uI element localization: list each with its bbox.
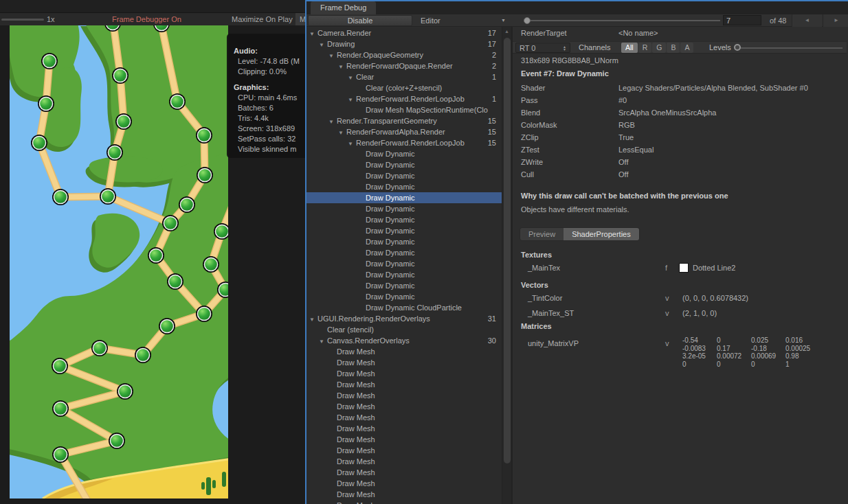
tree-row[interactable]: Clear (color+Z+stencil) <box>306 82 502 93</box>
level-node[interactable] <box>179 196 195 213</box>
channel-button-b[interactable]: B <box>667 43 680 53</box>
level-node[interactable] <box>203 256 219 273</box>
scrollbar-thumb[interactable] <box>504 38 511 463</box>
foldout-triangle-icon[interactable]: ▼ <box>309 314 317 324</box>
level-node[interactable] <box>52 400 69 417</box>
tree-row[interactable]: Draw Dynamic CloudParticle <box>306 302 502 313</box>
tree-row[interactable]: Draw Dynamic <box>306 214 502 225</box>
tree-row[interactable]: Draw Dynamic <box>306 192 502 203</box>
level-node[interactable] <box>196 306 212 322</box>
scrollbar-up-icon[interactable]: ▲ <box>502 27 511 36</box>
channel-button-a[interactable]: A <box>680 43 693 53</box>
level-node[interactable] <box>169 93 186 110</box>
tree-row[interactable]: Draw Dynamic <box>306 181 502 192</box>
foldout-triangle-icon[interactable]: ▼ <box>348 139 356 148</box>
mute-audio-button[interactable]: Mu <box>295 13 305 25</box>
channel-button-all[interactable]: All <box>621 43 638 53</box>
levels-slider[interactable] <box>735 47 843 49</box>
level-node[interactable] <box>31 135 47 151</box>
maximize-on-play-button[interactable]: Maximize On Play <box>232 13 293 25</box>
tree-row[interactable]: Draw Dynamic <box>306 269 502 280</box>
tree-row[interactable]: ▼Clear1 <box>306 71 502 82</box>
foldout-triangle-icon[interactable]: ▼ <box>309 29 317 38</box>
level-node[interactable] <box>38 95 54 112</box>
tree-row[interactable]: Draw Mesh <box>306 478 502 489</box>
levels-slider-knob[interactable] <box>734 44 741 51</box>
tree-row[interactable]: Draw Mesh <box>306 445 502 456</box>
tree-row[interactable]: ▼UGUI.Rendering.RenderOverlays31 <box>306 313 502 324</box>
tree-row[interactable]: Draw Mesh <box>306 489 502 500</box>
foldout-triangle-icon[interactable]: ▼ <box>348 73 356 82</box>
channel-button-r[interactable]: R <box>638 43 652 53</box>
level-node[interactable] <box>100 188 116 205</box>
rt-select-dropdown[interactable]: RT 0 ▲▼ <box>515 43 570 53</box>
tree-row[interactable]: Draw Mesh <box>306 357 502 368</box>
scale-slider[interactable] <box>1 19 44 21</box>
tree-row[interactable]: Draw Dynamic <box>306 247 502 258</box>
tree-row[interactable]: Draw Mesh <box>306 390 502 401</box>
level-node[interactable] <box>117 383 133 400</box>
tree-row[interactable]: Draw Dynamic <box>306 236 502 247</box>
channel-button-g[interactable]: G <box>652 43 666 53</box>
tree-row[interactable]: Draw Mesh MapSectionRuntime(Clo <box>306 104 502 115</box>
tab-shaderproperties[interactable]: ShaderProperties <box>564 228 639 240</box>
tree-row[interactable]: Draw Dynamic <box>306 258 502 269</box>
frame-slider-knob[interactable] <box>524 17 531 24</box>
tree-row[interactable]: Draw Mesh <box>306 500 502 504</box>
level-node[interactable] <box>196 127 212 144</box>
tree-row[interactable]: Draw Mesh <box>306 368 502 379</box>
tree-row[interactable]: Draw Dynamic <box>306 291 502 302</box>
level-node[interactable] <box>52 446 69 463</box>
level-node[interactable] <box>112 67 129 84</box>
next-frame-button[interactable]: ► <box>823 14 848 27</box>
level-node[interactable] <box>91 340 108 356</box>
tree-row[interactable]: Draw Mesh <box>306 401 502 412</box>
tree-row[interactable]: Draw Mesh <box>306 346 502 357</box>
tree-row[interactable]: ▼Render.OpaqueGeometry2 <box>306 49 502 60</box>
tree-row[interactable]: ▼Render.TransparentGeometry15 <box>306 115 502 126</box>
tree-row[interactable]: Draw Dynamic <box>306 148 502 159</box>
tree-row[interactable]: ▼RenderForwardAlpha.Render15 <box>306 126 502 137</box>
tree-row[interactable]: Draw Dynamic <box>306 170 502 181</box>
tab-frame-debug[interactable]: Frame Debug <box>311 1 376 14</box>
level-node[interactable] <box>159 318 175 334</box>
tree-row[interactable]: ▼Camera.Render17 <box>306 27 502 38</box>
foldout-triangle-icon[interactable]: ▼ <box>328 51 337 60</box>
tree-row[interactable]: Draw Mesh <box>306 456 502 467</box>
level-node[interactable] <box>167 273 183 290</box>
tree-row[interactable]: Draw Mesh <box>306 412 502 423</box>
tree-row[interactable]: ▼Drawing17 <box>306 38 502 49</box>
level-node[interactable] <box>162 215 179 231</box>
level-node[interactable] <box>41 53 58 69</box>
tree-row[interactable]: Draw Mesh <box>306 467 502 478</box>
foldout-triangle-icon[interactable]: ▼ <box>338 128 346 137</box>
tree-row[interactable]: ▼Canvas.RenderOverlays30 <box>306 335 502 346</box>
game-view-map[interactable] <box>10 25 228 499</box>
tree-scrollbar[interactable]: ▲ <box>502 27 511 504</box>
level-node[interactable] <box>52 358 68 374</box>
tree-row[interactable]: ▼RenderForward.RenderLoopJob15 <box>306 137 502 148</box>
level-node[interactable] <box>109 433 125 449</box>
tree-row[interactable]: Draw Dynamic <box>306 203 502 214</box>
target-dropdown[interactable]: Editor ▼ <box>414 14 513 27</box>
foldout-triangle-icon[interactable]: ▼ <box>338 62 346 71</box>
disable-button[interactable]: Disable <box>308 15 412 26</box>
frame-number-field[interactable] <box>723 15 761 25</box>
tree-row[interactable]: Draw Mesh <box>306 423 502 434</box>
level-node[interactable] <box>197 167 213 183</box>
tree-row[interactable]: ▼RenderForwardOpaque.Render2 <box>306 60 502 71</box>
foldout-triangle-icon[interactable]: ▼ <box>319 40 327 49</box>
level-node[interactable] <box>52 189 69 205</box>
tree-row[interactable]: Clear (stencil) <box>306 324 502 335</box>
level-node[interactable] <box>148 247 164 264</box>
level-node[interactable] <box>115 113 132 130</box>
tree-row[interactable]: ▼RenderForward.RenderLoopJob1 <box>306 93 502 104</box>
tab-preview[interactable]: Preview <box>520 228 564 240</box>
foldout-triangle-icon[interactable]: ▼ <box>328 117 337 126</box>
tree-row[interactable]: Draw Dynamic <box>306 159 502 170</box>
tree-row[interactable]: Draw Mesh <box>306 379 502 390</box>
foldout-triangle-icon[interactable]: ▼ <box>348 95 356 104</box>
tree-row[interactable]: Draw Mesh <box>306 434 502 445</box>
foldout-triangle-icon[interactable]: ▼ <box>319 336 327 346</box>
level-node[interactable] <box>107 144 123 161</box>
